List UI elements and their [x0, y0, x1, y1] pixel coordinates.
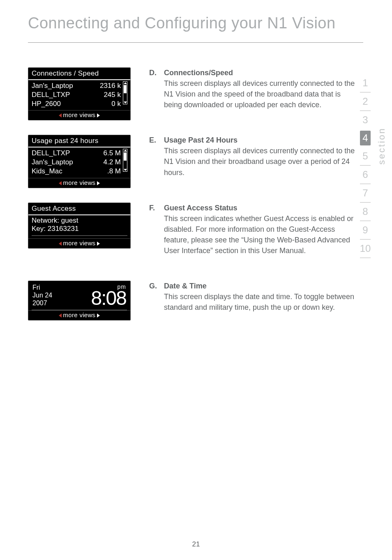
lcd-connections-header: Connections / Speed	[28, 68, 130, 80]
desc-letter: F.	[149, 203, 157, 256]
clock-day: Fri	[32, 283, 52, 291]
clock-time: 8:08	[91, 290, 126, 307]
arrow-down-icon	[124, 169, 127, 171]
section-num-3[interactable]: 3	[354, 111, 376, 129]
section-num-5[interactable]: 5	[354, 147, 376, 165]
more-views-label: more views	[63, 311, 96, 318]
scroll-thumb[interactable]	[124, 85, 127, 93]
more-views-label: more views	[63, 240, 96, 247]
row-connections: Connections / Speed Jan's_Laptop2316 k D…	[28, 67, 355, 120]
device-speed: 245 k	[104, 90, 121, 99]
more-views-label: more views	[63, 179, 96, 186]
device-speed: 0 k	[111, 99, 121, 108]
content-area: Connections / Speed Jan's_Laptop2316 k D…	[0, 67, 392, 320]
arrow-up-icon	[124, 82, 127, 84]
triangle-right-icon	[97, 313, 100, 318]
device-speed: 2316 k	[100, 81, 121, 90]
device-name: Jan's_Laptop	[32, 81, 73, 90]
section-num-1[interactable]: 1	[354, 74, 376, 92]
scrollbar[interactable]	[123, 81, 127, 104]
more-views-nav[interactable]: more views	[28, 178, 130, 188]
scrollbar[interactable]	[123, 149, 127, 172]
table-row: HP_26000 k	[32, 99, 121, 108]
more-views-nav[interactable]: more views	[28, 110, 130, 120]
usage-value: 4.2 M	[103, 158, 121, 167]
lcd-usage: Usage past 24 hours DELL_LTXP6.5 M Jan's…	[28, 135, 131, 188]
section-label: section	[376, 127, 387, 165]
device-name: Jan's_Laptop	[32, 158, 73, 167]
device-name: DELL_LTXP	[32, 149, 70, 158]
desc-heading: Usage Past 24 Hours	[164, 135, 355, 145]
page-number: 21	[0, 540, 392, 548]
triangle-left-icon	[59, 242, 62, 246]
table-row: DELL_LTXP6.5 M	[32, 149, 121, 158]
triangle-left-icon	[59, 113, 62, 118]
scroll-thumb[interactable]	[124, 152, 127, 161]
desc-heading: Guest Access Status	[164, 203, 355, 213]
divider	[32, 235, 127, 236]
desc-g: G. Date & Time This screen displays the …	[149, 281, 355, 313]
arrow-up-icon	[124, 150, 127, 152]
clock-year: 2007	[32, 299, 52, 307]
desc-letter: D.	[149, 67, 157, 110]
desc-body: This screen displays the date and time. …	[164, 291, 355, 313]
triangle-right-icon	[97, 181, 100, 185]
lcd-connections: Connections / Speed Jan's_Laptop2316 k D…	[28, 67, 131, 120]
title-rule	[28, 42, 363, 43]
section-num-2[interactable]: 2	[354, 92, 376, 111]
section-num-10[interactable]: 10	[354, 240, 376, 258]
desc-e: E. Usage Past 24 Hours This screen displ…	[149, 135, 355, 177]
triangle-left-icon	[59, 313, 62, 318]
guest-key: Key: 23163231	[32, 225, 127, 233]
desc-body: This screen displays all devices current…	[164, 145, 355, 177]
clock-date: Fri Jun 24 2007	[32, 283, 52, 307]
section-num-4-active[interactable]: 4	[360, 131, 371, 145]
row-clock: Fri Jun 24 2007 pm 8:08 more views G. Da…	[28, 281, 355, 320]
page-title: Connecting and Configuring your N1 Visio…	[0, 0, 392, 42]
section-num-7[interactable]: 7	[354, 184, 376, 202]
row-guest: Guest Access Network: guest Key: 2316323…	[28, 203, 355, 256]
lcd-clock: Fri Jun 24 2007 pm 8:08 more views	[28, 281, 131, 320]
desc-f: F. Guest Access Status This screen indic…	[149, 203, 355, 256]
lcd-guest-header: Guest Access	[28, 203, 130, 215]
guest-network: Network: guest	[32, 217, 127, 225]
table-row: DELL_LTXP245 k	[32, 90, 121, 99]
row-usage: Usage past 24 hours DELL_LTXP6.5 M Jan's…	[28, 135, 355, 188]
usage-value: 6.5 M	[103, 149, 121, 158]
section-num-8[interactable]: 8	[354, 203, 376, 221]
more-views-label: more views	[63, 111, 96, 118]
device-name: HP_2600	[32, 99, 61, 108]
device-name: Kids_Mac	[32, 167, 62, 176]
desc-body: This screen displays all devices current…	[164, 78, 355, 110]
triangle-left-icon	[59, 181, 62, 185]
table-row: Jan's_Laptop4.2 M	[32, 158, 121, 167]
section-num-6[interactable]: 6	[354, 166, 376, 184]
triangle-right-icon	[97, 113, 100, 118]
more-views-nav[interactable]: more views	[28, 310, 130, 320]
clock-monthday: Jun 24	[32, 291, 52, 299]
desc-heading: Date & Time	[164, 281, 355, 291]
section-nav: 1 2 3 4 5 6 7 8 9 10	[354, 74, 376, 258]
desc-letter: E.	[149, 135, 157, 177]
triangle-right-icon	[97, 242, 100, 246]
table-row: Kids_Mac.8 M	[32, 167, 121, 176]
lcd-guest: Guest Access Network: guest Key: 2316323…	[28, 203, 131, 249]
desc-heading: Connections/Speed	[164, 67, 355, 78]
section-num-9[interactable]: 9	[354, 221, 376, 239]
lcd-usage-header: Usage past 24 hours	[28, 135, 130, 147]
arrow-down-icon	[124, 101, 127, 104]
desc-body: This screen indicates whether Guest Acce…	[164, 213, 355, 256]
device-name: DELL_LTXP	[32, 90, 70, 99]
more-views-nav[interactable]: more views	[28, 238, 130, 248]
table-row: Jan's_Laptop2316 k	[32, 81, 121, 90]
desc-letter: G.	[149, 281, 157, 313]
desc-d: D. Connections/Speed This screen display…	[149, 67, 355, 110]
usage-value: .8 M	[107, 167, 121, 176]
